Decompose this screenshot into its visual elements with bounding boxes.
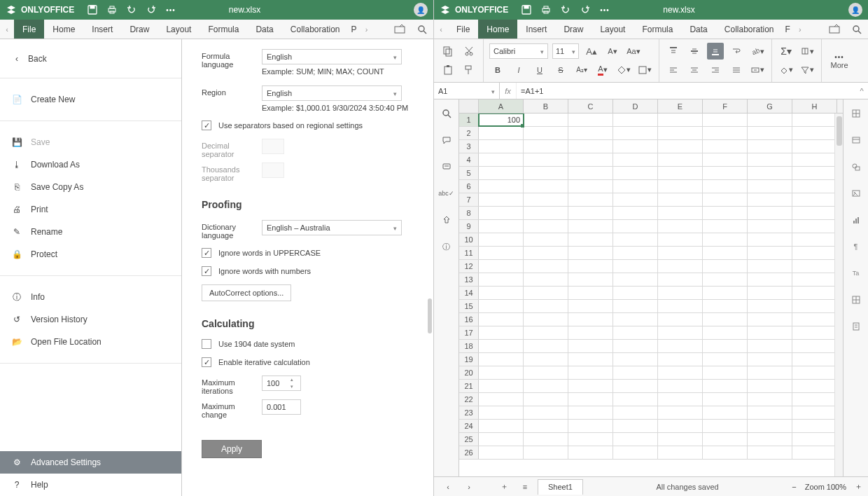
cell[interactable] (792, 406, 837, 419)
cell[interactable] (748, 273, 792, 286)
cell[interactable] (568, 113, 613, 126)
cell[interactable] (658, 167, 703, 179)
comments-icon[interactable] (440, 133, 454, 147)
use-1904-checkbox[interactable] (202, 339, 211, 349)
cell[interactable] (658, 247, 703, 259)
cell[interactable] (658, 433, 703, 446)
cell[interactable] (748, 366, 792, 379)
tab-layout[interactable]: Layout (158, 20, 200, 39)
cell[interactable] (568, 247, 613, 259)
row-header[interactable]: 17 (459, 326, 479, 339)
image-settings-icon[interactable] (849, 186, 863, 200)
spin-up-icon[interactable]: ▴ (290, 377, 299, 383)
shape-settings-icon[interactable] (849, 160, 863, 174)
cell[interactable] (613, 273, 658, 286)
select-all-corner[interactable] (459, 99, 479, 113)
cell[interactable] (524, 260, 568, 273)
cell[interactable] (792, 167, 837, 179)
col-header-D[interactable]: D (613, 99, 658, 113)
sidebar-download[interactable]: ⭳ Download As (0, 153, 181, 176)
cell[interactable] (613, 300, 658, 312)
cell[interactable] (792, 153, 837, 166)
tabs-scroll-left-icon[interactable]: ‹ (434, 20, 448, 39)
settings-scrollbar[interactable] (428, 298, 432, 333)
cell[interactable] (568, 180, 613, 193)
cell[interactable] (748, 340, 792, 352)
tab-file[interactable]: File (448, 20, 478, 39)
cell[interactable] (613, 180, 658, 193)
cell[interactable] (524, 220, 568, 233)
cell[interactable] (479, 366, 524, 379)
cell[interactable] (568, 207, 613, 219)
cell[interactable] (613, 353, 658, 366)
sidebar-open-location[interactable]: 📂 Open File Location (0, 331, 181, 353)
change-case-icon[interactable]: Aa▾ (625, 43, 642, 60)
cell[interactable] (613, 340, 658, 352)
col-header-B[interactable]: B (524, 99, 568, 113)
cell[interactable] (479, 193, 524, 206)
cell[interactable] (703, 406, 748, 419)
cell[interactable] (524, 233, 568, 246)
cell[interactable] (792, 207, 837, 219)
row-header[interactable]: 11 (459, 247, 479, 259)
cell[interactable] (568, 140, 613, 153)
tab-file[interactable]: File (14, 20, 44, 39)
zoom-out-icon[interactable]: − (792, 483, 796, 491)
cell[interactable] (479, 340, 524, 352)
row-header[interactable]: 19 (459, 353, 479, 366)
next-sheet-icon[interactable]: › (461, 478, 477, 495)
row-header[interactable]: 22 (459, 393, 479, 406)
cell[interactable] (658, 393, 703, 406)
cell[interactable] (479, 153, 524, 166)
cell[interactable] (613, 393, 658, 406)
formula-lang-select[interactable]: English (262, 49, 402, 64)
name-box[interactable]: A1 (434, 83, 500, 99)
cell[interactable] (748, 300, 792, 312)
tab-formula[interactable]: Formula (634, 20, 681, 39)
iterative-checkbox[interactable] (202, 357, 211, 367)
cell[interactable] (658, 273, 703, 286)
more-button[interactable]: More (822, 39, 857, 82)
row-header[interactable]: 26 (459, 446, 479, 459)
cell[interactable] (524, 247, 568, 259)
cell[interactable] (703, 313, 748, 326)
cell[interactable] (748, 260, 792, 273)
cell[interactable] (658, 420, 703, 432)
cell[interactable] (524, 353, 568, 366)
cell[interactable] (613, 313, 658, 326)
tabs-scroll-left-icon[interactable]: ‹ (0, 20, 14, 39)
cell[interactable] (568, 287, 613, 299)
cell[interactable] (792, 247, 837, 259)
cell[interactable] (658, 380, 703, 392)
cell[interactable] (524, 180, 568, 193)
row-header[interactable]: 13 (459, 273, 479, 286)
tab-overflow[interactable]: F (783, 20, 793, 39)
cell[interactable] (479, 180, 524, 193)
row-header[interactable]: 6 (459, 180, 479, 193)
cell[interactable] (703, 366, 748, 379)
cell[interactable] (703, 140, 748, 153)
tab-draw[interactable]: Draw (121, 20, 158, 39)
pivot-settings-icon[interactable] (849, 293, 863, 307)
max-change-input[interactable]: 0.001 (262, 399, 301, 415)
cell[interactable] (613, 193, 658, 206)
cell[interactable] (748, 353, 792, 366)
cell[interactable] (479, 220, 524, 233)
cell[interactable] (524, 153, 568, 166)
row-header[interactable]: 15 (459, 300, 479, 312)
tab-formula[interactable]: Formula (200, 20, 247, 39)
cell[interactable] (524, 193, 568, 206)
dict-lang-select[interactable]: English – Australia (262, 220, 402, 235)
sheet-tab[interactable]: Sheet1 (538, 479, 583, 495)
cell[interactable] (658, 207, 703, 219)
cell[interactable] (479, 140, 524, 153)
cell[interactable] (479, 326, 524, 339)
max-iter-input[interactable]: 100 ▴▾ (262, 376, 301, 391)
cell[interactable] (524, 366, 568, 379)
cell[interactable] (658, 313, 703, 326)
row-header[interactable]: 10 (459, 233, 479, 246)
cell-settings-icon[interactable] (849, 106, 863, 120)
cell[interactable] (748, 406, 792, 419)
cell[interactable] (613, 446, 658, 459)
sidebar-rename[interactable]: ✎ Rename (0, 221, 181, 243)
